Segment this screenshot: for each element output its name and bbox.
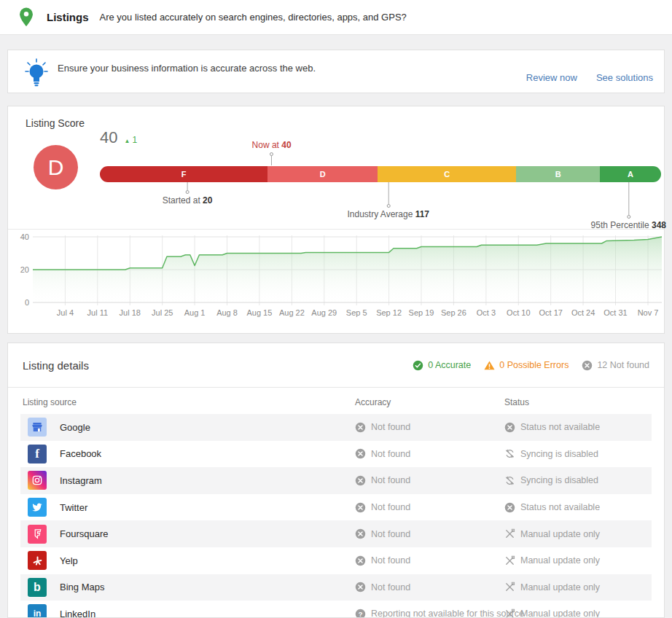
grade-segment-f: F xyxy=(100,166,267,182)
x-circle-icon xyxy=(355,555,366,566)
marker-line xyxy=(388,182,388,204)
status-cell: Manual update only xyxy=(504,609,600,618)
svg-text:40: 40 xyxy=(20,232,29,241)
svg-text:Oct 3: Oct 3 xyxy=(477,308,496,317)
svg-text:Oct 10: Oct 10 xyxy=(507,308,530,317)
svg-text:Sep 26: Sep 26 xyxy=(441,308,466,317)
svg-text:Aug 15: Aug 15 xyxy=(246,308,272,317)
svg-text:Sep 12: Sep 12 xyxy=(376,308,402,317)
accuracy-cell: ?Reporting not available for this source xyxy=(355,609,524,618)
svg-text:Sep 19: Sep 19 xyxy=(409,308,434,317)
listing-details-header: Listing details 0 Accurate 0 Possible Er… xyxy=(8,343,664,388)
google-icon xyxy=(28,418,47,437)
table-row[interactable]: inLinkedIn?Reporting not available for t… xyxy=(20,601,652,618)
x-circle-icon xyxy=(355,422,366,433)
linkedin-icon: in xyxy=(28,604,47,618)
x-circle-icon xyxy=(355,475,366,486)
svg-text:Jul 25: Jul 25 xyxy=(152,308,173,317)
bing-maps-icon: b xyxy=(28,578,47,597)
grade-segment-d: D xyxy=(267,166,378,182)
x-circle-icon xyxy=(355,528,366,539)
status-cell: Status not available xyxy=(504,502,600,513)
listing-source-name: Instagram xyxy=(60,475,102,486)
listing-score-title: Listing Score xyxy=(26,117,85,129)
svg-text:20: 20 xyxy=(20,265,29,274)
listing-source-name: Google xyxy=(60,422,90,433)
svg-text:Jul 4: Jul 4 xyxy=(57,308,74,317)
marker-line xyxy=(187,182,188,190)
instagram-icon xyxy=(28,471,47,490)
svg-text:Jul 18: Jul 18 xyxy=(120,308,141,317)
not-found-badge: 12 Not found xyxy=(582,360,649,371)
table-row[interactable]: FoursquareNot foundManual update only xyxy=(20,520,652,547)
listing-source-name: Foursquare xyxy=(60,528,108,539)
lightbulb-icon xyxy=(21,56,52,93)
question-circle-icon: ? xyxy=(355,609,366,618)
accuracy-cell: Not found xyxy=(355,502,410,513)
x-circle-icon xyxy=(504,502,515,513)
see-solutions-link[interactable]: See solutions xyxy=(596,72,653,83)
grade-badge: D xyxy=(34,145,78,189)
table-row[interactable]: TwitterNot foundStatus not available xyxy=(20,494,652,521)
accuracy-cell: Not found xyxy=(355,528,410,539)
warning-triangle-icon xyxy=(484,360,495,371)
marker-dot xyxy=(627,215,630,219)
twitter-icon xyxy=(28,498,47,517)
grade-segment-a: A xyxy=(600,166,661,182)
svg-text:Aug 8: Aug 8 xyxy=(216,308,238,317)
status-cell: Syncing is disabled xyxy=(504,475,598,486)
score-trend-chart: Jul 4Jul 11Jul 18Jul 25Aug 1Aug 8Aug 15A… xyxy=(8,229,664,335)
table-row[interactable]: InstagramNot foundSyncing is disabled xyxy=(20,467,652,494)
grade-bar-area: FDCBA Now at 40 Started at 20 Industry A… xyxy=(100,106,661,229)
table-row[interactable]: bBing MapsNot foundManual update only xyxy=(20,574,652,601)
svg-text:Aug 22: Aug 22 xyxy=(279,308,305,317)
facebook-icon: f xyxy=(28,445,47,464)
marker-now: Now at 40 xyxy=(252,140,292,165)
page-title: Listings xyxy=(47,11,89,23)
grade-segment-c: C xyxy=(378,166,516,182)
status-cell: Status not available xyxy=(504,422,600,433)
svg-text:Oct 24: Oct 24 xyxy=(571,308,595,317)
status-cell: Manual update only xyxy=(504,528,600,539)
table-row[interactable]: GoogleNot foundStatus not available xyxy=(20,414,652,441)
svg-text:Sep 5: Sep 5 xyxy=(346,308,367,317)
listing-source-name: Bing Maps xyxy=(60,582,104,592)
x-circle-icon xyxy=(355,502,366,513)
grade-bar: FDCBA xyxy=(100,166,661,182)
listing-source-name: LinkedIn xyxy=(60,609,95,618)
possible-errors-badge: 0 Possible Errors xyxy=(484,360,569,371)
x-circle-icon xyxy=(355,448,366,459)
accurate-badge: 0 Accurate xyxy=(413,360,471,371)
listing-source-name: Yelp xyxy=(60,555,78,566)
marker-line xyxy=(628,182,629,215)
location-pin-icon xyxy=(17,7,36,28)
accuracy-cell: Not found xyxy=(355,475,410,486)
svg-text:0: 0 xyxy=(25,298,29,307)
summary-badges: 0 Accurate 0 Possible Errors 12 Not foun… xyxy=(413,360,649,371)
accuracy-cell: Not found xyxy=(355,582,410,592)
review-now-link[interactable]: Review now xyxy=(526,72,577,83)
banner-links: Review now See solutions xyxy=(526,72,653,83)
status-cell: Manual update only xyxy=(504,582,600,592)
x-circle-icon xyxy=(355,582,366,592)
accuracy-cell: Not found xyxy=(355,448,410,459)
manual-update-icon xyxy=(504,528,515,539)
listing-details-card: Listing details 0 Accurate 0 Possible Er… xyxy=(7,343,665,618)
column-listing-source: Listing source xyxy=(23,397,77,407)
table-row[interactable]: YelpNot foundManual update only xyxy=(20,547,652,574)
manual-update-icon xyxy=(504,609,515,618)
page-subtitle: Are you listed accurately on search engi… xyxy=(100,12,407,23)
listing-source-name: Facebook xyxy=(60,448,101,459)
marker-industry-average: Industry Average 117 xyxy=(347,182,429,219)
manual-update-icon xyxy=(504,555,515,566)
svg-text:Oct 17: Oct 17 xyxy=(539,308,562,317)
page-header: Listings Are you listed accurately on se… xyxy=(0,0,672,35)
listing-score-card: Listing Score D 40 ▲1 FDCBA Now at 40 St… xyxy=(7,106,665,334)
svg-text:Nov 7: Nov 7 xyxy=(638,308,659,317)
table-row[interactable]: fFacebookNot foundSyncing is disabled xyxy=(20,441,652,468)
listing-details-title: Listing details xyxy=(23,359,89,372)
info-banner: Ensure your business information is accu… xyxy=(7,50,665,93)
sync-disabled-icon xyxy=(504,448,515,459)
grade-segment-b: B xyxy=(516,166,600,182)
svg-text:Jul 11: Jul 11 xyxy=(87,308,109,317)
